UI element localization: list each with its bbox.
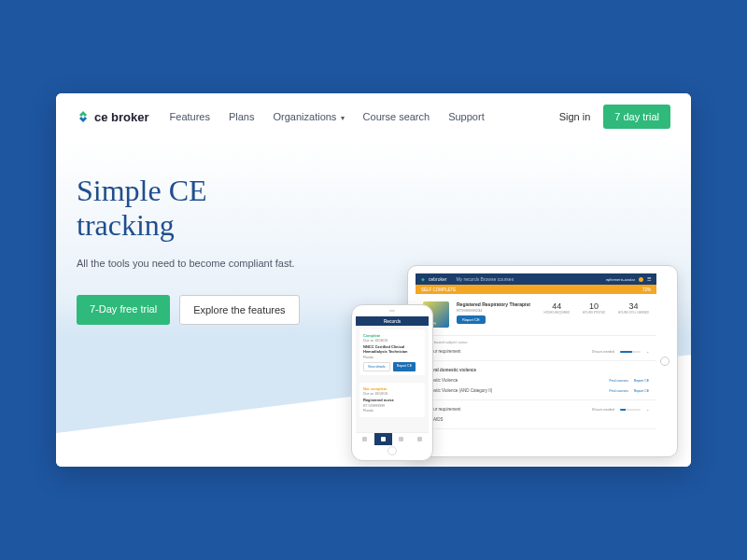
nav-icon [417, 437, 422, 441]
trial-button[interactable]: 7 day trial [603, 105, 670, 129]
stat-posted: 10HOURS POSTED [583, 301, 605, 328]
explore-button[interactable]: Explore the features [179, 295, 299, 325]
license-id: RT9999999234 [457, 308, 530, 313]
table-row: General domestic violence [423, 365, 649, 375]
navbar: ce broker Features Plans Organizations ▾… [56, 93, 691, 140]
phone-card: Not complete Due on 10/18/18 Registered … [359, 383, 425, 417]
avatar [639, 277, 643, 282]
hero-subtitle: All the tools you need to become complia… [77, 258, 300, 269]
tablet-mockup: ◆ cebroker My records Browse courses eph… [407, 265, 678, 457]
device-mockups: ◆ cebroker My records Browse courses eph… [407, 265, 678, 457]
table-row: HIV / AIDS [423, 414, 649, 425]
report-ce-button: Report CE [393, 362, 416, 371]
tablet-header: ◆ cebroker My records Browse courses eph… [416, 273, 656, 285]
logo-text: ce broker [94, 110, 149, 124]
logo[interactable]: ce broker [77, 110, 149, 124]
tablet-progress-bar: SELF COMPLETE 72% [416, 285, 656, 294]
free-trial-button[interactable]: 7-Day free trial [77, 295, 170, 325]
table-row: Domestic Violence (AND Category II)Find … [423, 385, 649, 396]
nav-features[interactable]: Features [170, 111, 210, 122]
report-ce-button: Report CE [457, 315, 486, 324]
phone-header: Records [356, 316, 429, 326]
table-row: All hour requirement3 hours needed⌄ [423, 346, 649, 357]
view-details-button: View details [363, 362, 390, 371]
stat-needed: 34HOURS STILL NEEDED [618, 301, 649, 328]
nav-links: Features Plans Organizations ▾ Course se… [170, 111, 559, 122]
section-header: Hours based subject areas [423, 340, 649, 344]
nav-support[interactable]: Support [448, 111, 485, 122]
tablet-logo-icon: ◆ [421, 276, 425, 282]
logo-icon [77, 110, 90, 123]
nav-course-search[interactable]: Course search [363, 111, 430, 122]
nav-icon [362, 437, 367, 441]
table-row: All hour requirement3 hours needed⌄ [423, 404, 649, 414]
nav-plans[interactable]: Plans [229, 111, 255, 122]
stat-required: 44HOURS REQUIRED [544, 301, 571, 328]
phone-bottom-nav [356, 432, 429, 445]
signin-link[interactable]: Sign in [559, 111, 591, 122]
hero: Simple CEtracking All the tools you need… [56, 140, 691, 467]
nav-organizations[interactable]: Organizations ▾ [274, 111, 345, 122]
chevron-down-icon: ▾ [338, 114, 344, 122]
hero-title: Simple CEtracking [77, 174, 300, 243]
phone-card: Complete Due on 10/18/18 NNCC Certified … [359, 329, 425, 375]
nav-icon [399, 437, 403, 441]
phone-mockup: Records Complete Due on 10/18/18 NNCC Ce… [351, 304, 433, 461]
nav-icon [381, 437, 386, 441]
table-row: Domestic ViolenceFind coursesReport CE [423, 375, 649, 385]
license-title: Registered Respiratory Therapist [457, 301, 530, 307]
